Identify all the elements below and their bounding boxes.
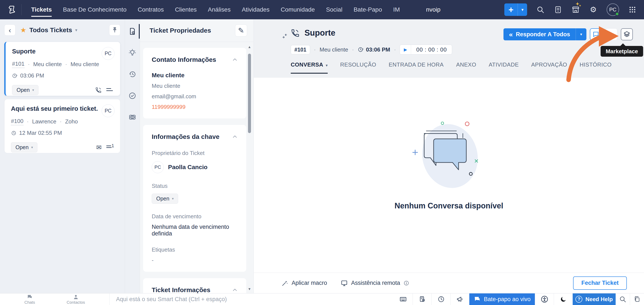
contacts-button[interactable]: Contactos — [66, 294, 85, 304]
tab-historico[interactable]: HISTÓRICO — [580, 61, 612, 74]
settings-gear-icon[interactable]: ⚙ — [589, 5, 598, 14]
workspace: ‹ ★ Todos Tickets ▾ Suporte PC #101 Meu … — [0, 19, 644, 293]
nav-item-contracts[interactable]: Contratos — [132, 0, 169, 19]
live-chat-button[interactable]: Bate-papo ao vivo — [469, 294, 535, 305]
accessibility-icon[interactable] — [535, 294, 554, 305]
status-dropdown[interactable]: Open ▾ — [152, 194, 178, 204]
ticket-time: 12 Mar 02:55 PM — [19, 130, 62, 136]
nav-item-customers[interactable]: Clientes — [169, 0, 202, 19]
feeds-icon[interactable] — [554, 5, 562, 14]
nav-item-analytics[interactable]: Análises — [202, 0, 236, 19]
collapse-panel-icon[interactable] — [281, 33, 288, 39]
dark-mode-moon-icon[interactable] — [554, 294, 573, 305]
user-avatar[interactable]: PC — [606, 3, 619, 16]
chats-button[interactable]: Chats — [24, 294, 35, 304]
desk-logo-icon[interactable] — [5, 3, 18, 16]
scroll-up-arrow[interactable]: ▲ — [247, 45, 252, 49]
smart-chat-input[interactable]: Aqui está o seu Smart Chat (Ctrl + espaç… — [110, 294, 394, 305]
copy-docs-icon[interactable] — [630, 294, 644, 305]
search-icon[interactable] — [536, 5, 545, 14]
favorite-star-icon[interactable]: ★ — [20, 26, 26, 34]
tab-aprovacao[interactable]: APROVAÇÃO — [531, 61, 567, 74]
properties-scroll-area: Contato Informações Meu cliente Meu clie… — [140, 42, 246, 293]
need-help-button[interactable]: ? Need Help — [573, 294, 616, 305]
marketplace-button[interactable] — [621, 28, 633, 40]
apply-macro-button[interactable]: Aplicar macro — [282, 280, 327, 286]
edit-properties-button[interactable]: ✎ — [235, 24, 247, 36]
contact-email[interactable]: email@gmail.com — [152, 93, 238, 100]
reply-caret-icon[interactable]: ▾ — [576, 28, 586, 40]
timer-play-button[interactable]: ▶ — [400, 45, 411, 54]
comment-button[interactable] — [590, 28, 602, 40]
nav-item-im[interactable]: IM — [388, 0, 406, 19]
scrollbar-thumb[interactable] — [248, 54, 251, 133]
view-caret-icon[interactable]: ▾ — [75, 27, 77, 33]
suggestions-lightbulb-icon[interactable] — [125, 47, 140, 59]
ticket-status-dropdown[interactable]: Open ▾ — [11, 142, 38, 152]
owner-avatar: PC — [152, 161, 164, 173]
phone-channel-icon — [291, 28, 300, 37]
tab-entrada-de-hora[interactable]: ENTRADA DE HORA — [389, 61, 444, 74]
tab-conversa[interactable]: CONVERSA▾ — [291, 61, 328, 74]
pin-button[interactable] — [109, 24, 120, 36]
reply-all-split-button[interactable]: « Responder A Todos ▾ — [504, 28, 586, 40]
tab-atividade[interactable]: ATIVIDADE — [489, 61, 519, 74]
tab-resolucao[interactable]: RESOLUÇÃO — [340, 61, 376, 74]
ticket-contact[interactable]: Meu cliente — [320, 46, 348, 53]
announcements-megaphone-icon[interactable] — [450, 294, 469, 305]
more-tools-button[interactable] — [605, 28, 617, 40]
dot-separator — [28, 61, 30, 68]
close-ticket-button[interactable]: Fechar Ticket — [573, 277, 627, 290]
collapse-chevron-icon[interactable] — [232, 134, 238, 140]
vertical-scrollbar[interactable]: ▲ ▼ — [247, 45, 252, 291]
ticket-owner[interactable]: PC Paolla Cancio — [152, 161, 238, 173]
ticket-id-chip[interactable]: #101 — [291, 45, 310, 54]
ticket-properties-tab-icon[interactable] — [125, 25, 140, 37]
keyboard-shortcuts-icon[interactable] — [394, 294, 412, 305]
nav-item-community[interactable]: Comunidade — [275, 0, 320, 19]
nav-item-social[interactable]: Social — [320, 0, 348, 19]
collapse-chevron-icon[interactable] — [232, 57, 238, 62]
dot-separator — [60, 118, 62, 125]
ticket-id[interactable]: #101 — [12, 60, 24, 68]
history-icon[interactable] — [125, 68, 140, 80]
recent-activity-clock-icon[interactable] — [432, 294, 450, 305]
scroll-down-arrow[interactable]: ▼ — [247, 287, 252, 291]
back-button[interactable]: ‹ — [4, 24, 16, 36]
nav-item-knowledge-base[interactable]: Base De Conhecimento — [57, 0, 132, 19]
apps-grid-icon[interactable] — [628, 5, 637, 14]
add-ticket-split-button[interactable]: + ▾ — [504, 3, 527, 16]
contact-phone-link[interactable]: 11999999999 — [152, 104, 238, 110]
tab-anexo[interactable]: ANEXO — [456, 61, 476, 74]
nav-item-activities[interactable]: Atividades — [236, 0, 275, 19]
ticket-subject[interactable]: Suporte — [12, 48, 114, 55]
dot-separator — [394, 46, 396, 53]
nav-item-nvoip[interactable]: nvoip — [420, 0, 446, 19]
ticket-avatar[interactable]: PC — [102, 104, 114, 117]
ticket-avatar[interactable]: PC — [102, 47, 114, 60]
ticket-id[interactable]: #100 — [11, 118, 24, 125]
task-status-icon[interactable] — [412, 294, 432, 305]
tags-value[interactable]: - — [152, 257, 238, 264]
due-date-value[interactable]: Nenhuma data de vencimento definida — [152, 224, 238, 237]
collapse-chevron-icon[interactable] — [232, 287, 238, 293]
nav-item-chat[interactable]: Bate-Papo — [348, 0, 388, 19]
clock-icon — [12, 73, 18, 78]
view-title[interactable]: Todos Tickets — [30, 26, 72, 34]
marketplace-tooltip: Marketplace — [600, 46, 643, 57]
info-icon[interactable] — [404, 280, 409, 286]
ticket-status-dropdown[interactable]: Open ▾ — [12, 85, 38, 95]
ticket-subject[interactable]: Aqui está seu primeiro ticket. — [11, 105, 114, 112]
zia-assistant-icon[interactable] — [125, 111, 140, 123]
approvals-icon[interactable] — [125, 90, 140, 102]
add-caret-icon[interactable]: ▾ — [518, 3, 527, 16]
ticket-card-100[interactable]: Aqui está seu primeiro ticket. PC #100 L… — [4, 99, 120, 153]
search-bottom-icon[interactable] — [616, 294, 630, 305]
nav-menu: Tickets Base De Conhecimento Contratos C… — [26, 0, 446, 19]
contact-name[interactable]: Meu cliente — [152, 72, 238, 79]
nav-item-tickets[interactable]: Tickets — [26, 0, 57, 19]
ticket-card-101[interactable]: Suporte PC #101 Meu cliente Meu cliente … — [4, 42, 120, 96]
marketplace-trial-icon[interactable] — [571, 5, 580, 14]
remote-assist-button[interactable]: Assistência remota — [341, 280, 409, 287]
plus-icon[interactable]: + — [504, 3, 518, 16]
